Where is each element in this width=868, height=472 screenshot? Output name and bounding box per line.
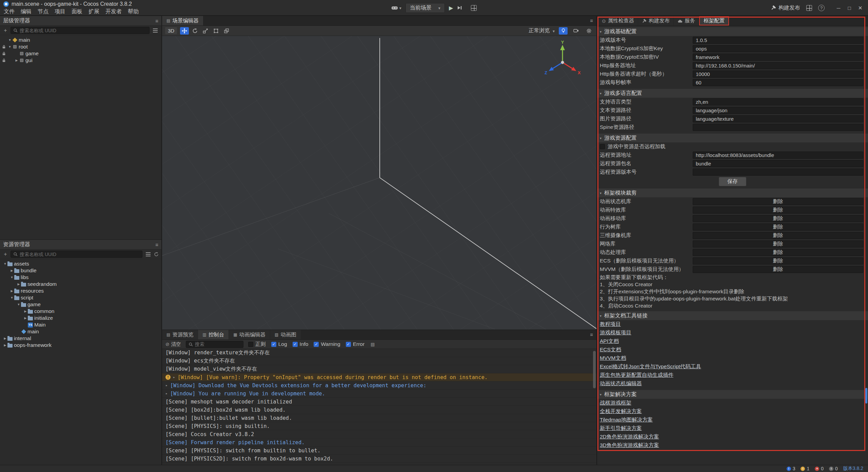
expand-arrow[interactable]	[165, 383, 168, 388]
doc-link[interactable]: 游戏模板项目	[600, 329, 631, 336]
console-filter[interactable]: Error	[346, 341, 364, 347]
status-counter[interactable]: 0	[829, 466, 838, 471]
help-icon[interactable]	[818, 5, 825, 11]
solution-link[interactable]: 3D角色扮演游戏解决方案	[600, 442, 659, 449]
hierarchy-node[interactable]: game	[0, 50, 161, 57]
maximize-button[interactable]	[844, 3, 854, 13]
log-row[interactable]: [Scene] [PHYSICS]: switch from builtin t…	[162, 447, 596, 455]
expand-arrow[interactable]: ▶	[9, 289, 14, 293]
section-basic-config[interactable]: 游戏基础配置	[597, 27, 868, 36]
menu-item[interactable]: 开发者	[102, 8, 125, 15]
expand-arrow[interactable]: ▶	[23, 316, 28, 320]
scene-viewport[interactable]: Y X Z	[162, 36, 596, 330]
tab-animation-graph[interactable]: 动画图	[270, 330, 301, 339]
log-row[interactable]: [Scene] [PHYSICS]: using builtin.	[162, 422, 596, 430]
orientation-gizmo[interactable]: Y X Z	[542, 41, 583, 81]
delete-module-button[interactable]: 删除	[693, 249, 863, 256]
hierarchy-node[interactable]: ▼ root	[0, 43, 161, 50]
delete-module-button[interactable]: 删除	[693, 223, 863, 231]
delete-module-button[interactable]: 删除	[693, 206, 863, 214]
create-node-button[interactable]	[3, 27, 8, 34]
lighting-toggle[interactable]	[559, 27, 568, 35]
console-scrollbar[interactable]	[593, 351, 596, 388]
console-search-input[interactable]	[195, 341, 241, 347]
layout-icon[interactable]	[806, 5, 812, 11]
tab-scene-editor[interactable]: 场景编辑器	[162, 16, 203, 25]
delete-module-button[interactable]: 删除	[693, 266, 863, 273]
console-filter[interactable]: Info	[293, 341, 309, 347]
doc-link[interactable]: Excel格式转Json文件与TypeScript代码工具	[600, 363, 701, 370]
menu-item[interactable]: 扩展	[85, 8, 102, 15]
doc-link[interactable]: 教程项目	[600, 321, 621, 328]
hierarchy-node[interactable]: ▶ gui	[0, 57, 161, 64]
status-counter[interactable]: 3	[787, 466, 795, 471]
expand-arrow[interactable]: ▶	[16, 282, 21, 286]
export-log-icon[interactable]	[371, 342, 375, 347]
camera-settings-button[interactable]	[572, 27, 580, 35]
inspector-scrollbar[interactable]	[865, 388, 867, 404]
field-input[interactable]	[693, 79, 863, 86]
delete-module-button[interactable]: 删除	[693, 198, 863, 205]
solution-link[interactable]: 全栈开发解决方案	[600, 408, 642, 415]
solution-link[interactable]: Tiledmap地图解决方案	[600, 416, 653, 424]
asset-node[interactable]: main	[0, 328, 161, 335]
asset-node[interactable]: ▼ game	[0, 301, 161, 308]
transform-tool[interactable]	[222, 27, 231, 35]
panel-menu-icon[interactable]	[155, 18, 158, 24]
expand-arrow[interactable]: ▼	[9, 296, 14, 299]
remote-load-checkbox[interactable]	[600, 144, 605, 149]
doc-link[interactable]: 动画状态机编辑器	[600, 380, 642, 387]
rect-tool[interactable]	[212, 27, 220, 35]
field-input[interactable]	[693, 54, 863, 61]
clear-console-button[interactable]: 清空	[165, 341, 181, 348]
tab-build-publish[interactable]: 构建发布	[638, 16, 673, 25]
hierarchy-node[interactable]: ▼ main	[0, 37, 161, 43]
expand-arrow[interactable]: ▶	[14, 59, 19, 62]
expand-arrow[interactable]: ▶	[3, 343, 7, 347]
log-row[interactable]: [Scene] Forward render pipeline initiali…	[162, 438, 596, 447]
expand-arrow[interactable]: ▶	[23, 310, 28, 313]
field-input[interactable]	[693, 62, 863, 69]
delete-module-button[interactable]: 删除	[693, 232, 863, 239]
status-counter[interactable]: 1	[801, 466, 809, 471]
expand-arrow[interactable]: ▼	[3, 262, 7, 266]
expand-arrow[interactable]: ▼	[7, 45, 12, 48]
field-input[interactable]	[693, 98, 863, 105]
log-row[interactable]: [Window] You are running Vue in developm…	[162, 390, 596, 398]
console-filter[interactable]: 正则	[248, 341, 266, 348]
move-tool[interactable]	[180, 27, 189, 35]
log-row[interactable]: [Window] [Vue warn]: Property "onInput" …	[162, 373, 596, 381]
menu-item[interactable]: 文件	[1, 8, 18, 15]
console-filter[interactable]: Log	[271, 341, 287, 347]
log-row[interactable]: [Window] render_texture文件夹不存在	[162, 349, 596, 357]
asset-node[interactable]: ▶ internal	[0, 335, 161, 342]
log-row[interactable]: [Scene] [PHYSICS2D]: switch from box2d-w…	[162, 455, 596, 463]
expand-arrow[interactable]	[165, 391, 168, 396]
log-row[interactable]: [Window] model_view文件夹不存在	[162, 365, 596, 373]
expand-arrow[interactable]: ▶	[3, 337, 7, 340]
field-input[interactable]	[693, 160, 863, 167]
doc-link[interactable]: ECS文档	[600, 346, 621, 353]
section-doc-links[interactable]: 框架文档工具链接	[597, 311, 868, 320]
projection-toggle[interactable]: 3D	[165, 27, 177, 34]
asset-node[interactable]: Main	[0, 321, 161, 328]
tab-animation-editor[interactable]: 动画编辑器	[229, 330, 270, 339]
checkbox[interactable]	[293, 342, 298, 347]
menu-item[interactable]: 编辑	[18, 8, 35, 15]
menu-item[interactable]: 面板	[68, 8, 85, 15]
section-module-trim[interactable]: 框架模块裁剪	[597, 189, 868, 197]
log-row[interactable]: [Scene] [box2d]:box2d wasm lib loaded.	[162, 406, 596, 414]
section-solutions[interactable]: 框架解决方案	[597, 390, 868, 399]
field-input[interactable]	[693, 115, 863, 122]
asset-node[interactable]: ▶ oops-framework	[0, 342, 161, 349]
assets-search[interactable]	[11, 251, 142, 258]
log-row[interactable]: [Window] Download the Vue Devtools exten…	[162, 381, 596, 390]
expand-arrow[interactable]	[173, 375, 175, 379]
filter-icon[interactable]	[153, 30, 158, 31]
tab-console[interactable]: 控制台	[198, 330, 229, 339]
panel-menu-icon[interactable]	[155, 242, 158, 248]
asset-node[interactable]: ▼ script	[0, 294, 161, 301]
field-input[interactable]	[693, 169, 863, 176]
menu-item[interactable]: 节点	[35, 8, 52, 15]
asset-node[interactable]: ▶ common	[0, 308, 161, 315]
